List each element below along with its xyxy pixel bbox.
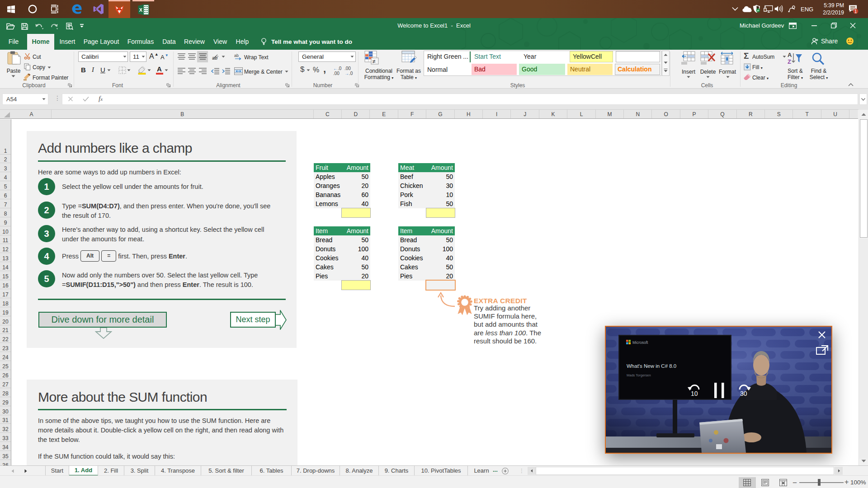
svg-text:What's New in C# 8.0: What's New in C# 8.0	[627, 363, 676, 369]
svg-text:X: X	[139, 7, 142, 13]
svg-text:Z: Z	[788, 58, 791, 65]
svg-text:ab: ab	[212, 55, 217, 61]
svg-text:Microsoft: Microsoft	[632, 340, 648, 345]
svg-text:A: A	[788, 52, 792, 58]
svg-text:30: 30	[740, 390, 747, 397]
svg-text:ab: ab	[234, 53, 239, 58]
svg-text:Mads Torgersen: Mads Torgersen	[627, 373, 651, 377]
svg-text:1: 1	[854, 9, 857, 14]
svg-text:≠: ≠	[373, 58, 376, 65]
svg-text:10: 10	[691, 390, 698, 397]
